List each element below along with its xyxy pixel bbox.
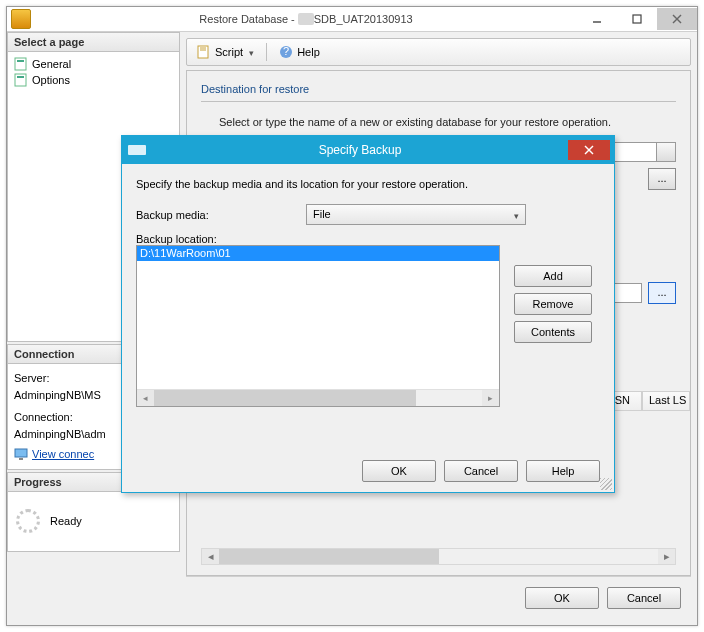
scroll-right-icon[interactable]: ▸: [658, 549, 675, 564]
cancel-button[interactable]: Cancel: [607, 587, 681, 609]
modal-body: Specify the backup media and its locatio…: [122, 164, 614, 492]
maximize-button[interactable]: [617, 8, 657, 30]
horizontal-scrollbar[interactable]: ◂ ▸: [201, 548, 676, 565]
modal-buttons: OK Cancel Help: [362, 460, 600, 482]
svg-rect-1: [633, 15, 641, 23]
modal-help-button[interactable]: Help: [526, 460, 600, 482]
progress-panel: Ready: [7, 492, 180, 552]
view-connection-link[interactable]: View connec: [32, 446, 94, 463]
chevron-down-icon: [247, 46, 254, 58]
help-label: Help: [297, 46, 320, 58]
browse-button[interactable]: ...: [648, 168, 676, 190]
contents-button[interactable]: Contents: [514, 321, 592, 343]
window-title: Restore Database - SDB_UAT20130913: [35, 12, 577, 26]
backup-location-list[interactable]: D:\11WarRoom\01 ◂ ▸: [136, 245, 500, 407]
page-icon: [14, 57, 28, 71]
close-icon: [584, 145, 594, 155]
tape-icon: [128, 145, 146, 155]
script-icon: [197, 45, 211, 59]
page-label: General: [32, 58, 71, 70]
modal-close-button[interactable]: [568, 140, 610, 160]
backup-media-value: File: [313, 208, 331, 220]
help-icon: ?: [279, 45, 293, 59]
monitor-icon: [14, 447, 28, 461]
modal-titlebar[interactable]: Specify Backup: [122, 136, 614, 164]
modal-cancel-button[interactable]: Cancel: [444, 460, 518, 482]
backup-location-label: Backup location:: [136, 233, 600, 245]
specify-backup-dialog: Specify Backup Specify the backup media …: [121, 135, 615, 493]
page-label: Options: [32, 74, 70, 86]
svg-rect-7: [17, 76, 24, 78]
ok-button[interactable]: OK: [525, 587, 599, 609]
modal-instruction: Specify the backup media and its locatio…: [136, 178, 600, 190]
selected-backup-path[interactable]: D:\11WarRoom\01: [137, 246, 499, 261]
scroll-track[interactable]: [219, 549, 658, 564]
destination-instruction: Select or type the name of a new or exis…: [219, 116, 676, 128]
separator: [201, 101, 676, 102]
page-general[interactable]: General: [12, 56, 175, 72]
location-horizontal-scrollbar[interactable]: ◂ ▸: [137, 389, 499, 406]
scroll-track[interactable]: [154, 390, 482, 406]
svg-line-3: [673, 15, 681, 23]
svg-text:?: ?: [283, 45, 289, 57]
backup-media-label: Backup media:: [136, 209, 306, 221]
db-icon: [11, 9, 31, 29]
page-icon: [14, 73, 28, 87]
scroll-right-icon[interactable]: ▸: [482, 390, 499, 406]
scroll-left-icon[interactable]: ◂: [137, 390, 154, 406]
svg-rect-4: [15, 58, 26, 70]
svg-rect-8: [15, 449, 27, 457]
device-browse-button[interactable]: ...: [648, 282, 676, 304]
col-last-lsn[interactable]: Last LS: [642, 391, 690, 411]
backup-media-combo[interactable]: File: [306, 204, 526, 225]
window-titlebar[interactable]: Restore Database - SDB_UAT20130913: [7, 7, 697, 32]
page-options[interactable]: Options: [12, 72, 175, 88]
scroll-thumb[interactable]: [219, 549, 439, 564]
add-button[interactable]: Add: [514, 265, 592, 287]
help-button[interactable]: ? Help: [275, 45, 324, 59]
script-button[interactable]: Script: [193, 45, 258, 59]
resize-grip-icon[interactable]: [600, 478, 612, 490]
window-controls: [577, 8, 697, 30]
svg-rect-6: [15, 74, 26, 86]
svg-rect-9: [19, 458, 23, 460]
svg-rect-5: [17, 60, 24, 62]
destination-section-label: Destination for restore: [201, 83, 309, 95]
minimize-button[interactable]: [577, 8, 617, 30]
toolbar: Script ? Help: [186, 38, 691, 66]
svg-line-2: [673, 15, 681, 23]
script-label: Script: [215, 46, 243, 58]
dialog-buttons: OK Cancel: [186, 576, 691, 619]
select-page-header: Select a page: [7, 32, 180, 52]
modal-title: Specify Backup: [152, 143, 568, 157]
progress-status: Ready: [50, 515, 82, 527]
toolbar-separator: [266, 43, 267, 61]
backup-media-row: Backup media: File: [136, 204, 600, 225]
progress-spinner-icon: [16, 509, 40, 533]
close-button[interactable]: [657, 8, 697, 30]
modal-ok-button[interactable]: OK: [362, 460, 436, 482]
remove-button[interactable]: Remove: [514, 293, 592, 315]
scroll-left-icon[interactable]: ◂: [202, 549, 219, 564]
location-buttons: Add Remove Contents: [514, 265, 592, 343]
scroll-thumb[interactable]: [154, 390, 416, 406]
